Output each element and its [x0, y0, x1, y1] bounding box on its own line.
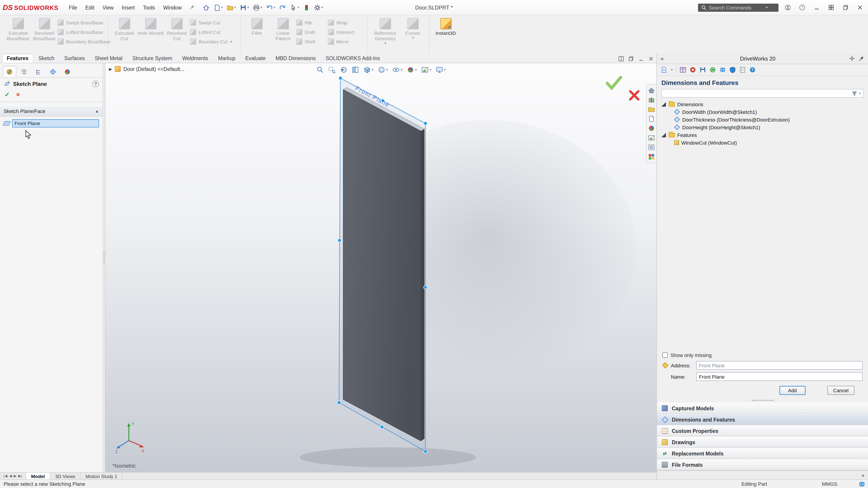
options-dropdown-icon[interactable]: ▾: [321, 5, 323, 9]
tree-item-label[interactable]: DoorHeight (DoorHeight@Sketch1): [682, 125, 760, 130]
save-button[interactable]: ▾: [238, 3, 250, 12]
open-file-dropdown-icon[interactable]: ▾: [234, 5, 236, 9]
driveworks-help-icon[interactable]: ?: [749, 66, 756, 73]
undo-dropdown-icon[interactable]: ▾: [274, 5, 275, 9]
window-layout-button[interactable]: [826, 2, 836, 12]
save-project-icon[interactable]: [700, 66, 706, 73]
sync-icon[interactable]: [709, 66, 716, 73]
tree-group-features[interactable]: Features: [661, 131, 864, 139]
select-dropdown-icon[interactable]: ▾: [298, 5, 299, 9]
display-style-dropdown-icon[interactable]: ▾: [386, 68, 388, 72]
expander-icon[interactable]: [661, 133, 666, 137]
view-orientation-dropdown-icon[interactable]: ▾: [372, 68, 373, 72]
pin-menu-icon[interactable]: [189, 4, 195, 11]
accordion-drawings[interactable]: Drawings: [657, 436, 868, 448]
pin-panel-icon[interactable]: [859, 56, 864, 61]
toolbar-dropdown-icon[interactable]: ▾: [671, 68, 673, 72]
add-button[interactable]: Add: [779, 386, 806, 395]
web-icon[interactable]: [719, 66, 726, 73]
breadcrumb[interactable]: ▶ Door (Default) <<Default...: [109, 66, 184, 72]
selection-handle[interactable]: [424, 122, 427, 125]
section-collapse-icon[interactable]: ▲: [95, 109, 99, 113]
display-style-icon[interactable]: ▾: [377, 66, 388, 74]
options-button[interactable]: ▾: [312, 3, 324, 12]
previous-view-icon[interactable]: [339, 66, 348, 74]
save-dropdown-icon[interactable]: ▾: [247, 5, 249, 9]
collapse-panel-icon[interactable]: «: [660, 55, 664, 62]
tree-item-windowcut[interactable]: WindowCut (WindowCut): [661, 139, 864, 147]
hide-show-dropdown-icon[interactable]: ▾: [401, 68, 402, 72]
menu-insert[interactable]: Insert: [118, 3, 139, 12]
print-button[interactable]: ▾: [251, 3, 264, 12]
selection-handle[interactable]: [381, 99, 385, 103]
pm-help-icon[interactable]: ?: [92, 80, 99, 87]
accordion-dimensions-features[interactable]: Dimensions and Features: [657, 414, 868, 425]
view-settings-icon[interactable]: ▾: [435, 66, 446, 74]
view-palette-icon[interactable]: [648, 115, 655, 123]
edit-appearance-icon[interactable]: ▾: [406, 66, 417, 74]
open-file-button[interactable]: ▾: [225, 3, 237, 12]
doc-close-icon[interactable]: [648, 56, 654, 61]
filter-funnel-icon[interactable]: [852, 91, 857, 96]
new-file-dropdown-icon[interactable]: ▾: [221, 5, 223, 9]
command-search[interactable]: ▾: [698, 3, 778, 11]
show-only-missing-checkbox[interactable]: [662, 352, 668, 358]
tab-scroll-first-icon[interactable]: |◀: [4, 474, 7, 478]
tree-group-label[interactable]: Dimensions: [677, 101, 703, 107]
rebuild-button[interactable]: [302, 3, 311, 12]
menu-window[interactable]: Window: [159, 3, 186, 12]
tab-surfaces[interactable]: Surfaces: [59, 54, 90, 63]
help-icon[interactable]: ?: [797, 2, 807, 12]
filter-dropdown-icon[interactable]: ▾: [859, 91, 861, 95]
tab-sheet-metal[interactable]: Sheet Metal: [90, 54, 127, 63]
tab-evaluate[interactable]: Evaluate: [241, 54, 271, 63]
tree-group-label[interactable]: Features: [677, 132, 697, 138]
menu-tools[interactable]: Tools: [139, 3, 159, 12]
search-input[interactable]: [709, 5, 763, 10]
property-manager-tab[interactable]: [3, 66, 16, 77]
panel-splitter[interactable]: [752, 400, 773, 401]
tab-model[interactable]: Model: [26, 473, 51, 480]
apply-scene-icon[interactable]: ▾: [421, 66, 432, 74]
instant3d-button[interactable]: Instant3D: [433, 17, 459, 53]
expand-footer-icon[interactable]: »: [862, 473, 864, 478]
plane-selection-input[interactable]: [12, 119, 99, 127]
search-dropdown-icon[interactable]: ▾: [766, 5, 768, 9]
tree-item-label[interactable]: DoorWidth (DoorWidth@Sketch1): [682, 109, 757, 115]
tree-item-label[interactable]: WindowCut (WindowCut): [681, 140, 737, 145]
configuration-manager-tab[interactable]: [32, 66, 45, 77]
expander-icon[interactable]: [661, 102, 666, 106]
selection-handle[interactable]: [424, 286, 427, 289]
accordion-file-formats[interactable]: File Formats: [657, 459, 868, 470]
accordion-replacement-models[interactable]: ⇄ Replacement Models: [657, 448, 868, 459]
panel-settings-gear-icon[interactable]: [849, 56, 855, 61]
select-button[interactable]: ▾: [288, 3, 301, 12]
confirm-ok-button[interactable]: [605, 75, 623, 90]
task-list-icon[interactable]: [739, 66, 746, 73]
feature-filter-input[interactable]: [664, 91, 850, 96]
breadcrumb-text[interactable]: Door (Default) <<Default...: [123, 66, 184, 72]
door-side-face[interactable]: [421, 129, 425, 441]
panel-resize-handle[interactable]: [103, 63, 105, 472]
project-table-icon[interactable]: [680, 66, 686, 73]
tab-motion-study-1[interactable]: Motion Study 1: [81, 473, 123, 480]
tab-markup[interactable]: Markup: [213, 54, 241, 63]
units-selector[interactable]: MMGS: [822, 481, 837, 487]
edit-appearance-dropdown-icon[interactable]: ▾: [415, 68, 417, 72]
close-button[interactable]: [855, 2, 865, 12]
graphics-viewport[interactable]: ▶ Door (Default) <<Default... ▾ ▾ ▾ ▾ ▾: [105, 63, 656, 472]
redo-button[interactable]: [278, 3, 287, 12]
new-specification-icon[interactable]: [660, 66, 667, 73]
address-input[interactable]: [696, 361, 863, 369]
welcome-button[interactable]: [201, 3, 211, 12]
tab-mbd-dimensions[interactable]: MBD Dimensions: [271, 54, 321, 63]
shield-icon[interactable]: [729, 66, 736, 73]
tab-scroll-next-icon[interactable]: ▶: [14, 474, 17, 478]
scenes-icon[interactable]: [648, 134, 655, 141]
apply-scene-dropdown-icon[interactable]: ▾: [430, 68, 431, 72]
zoom-fit-icon[interactable]: [315, 66, 324, 74]
tab-weldments[interactable]: Weldments: [177, 54, 213, 63]
appearances-icon[interactable]: [648, 125, 655, 132]
tab-3d-views[interactable]: 3D Views: [50, 473, 81, 480]
print-dropdown-icon[interactable]: ▾: [260, 5, 262, 9]
